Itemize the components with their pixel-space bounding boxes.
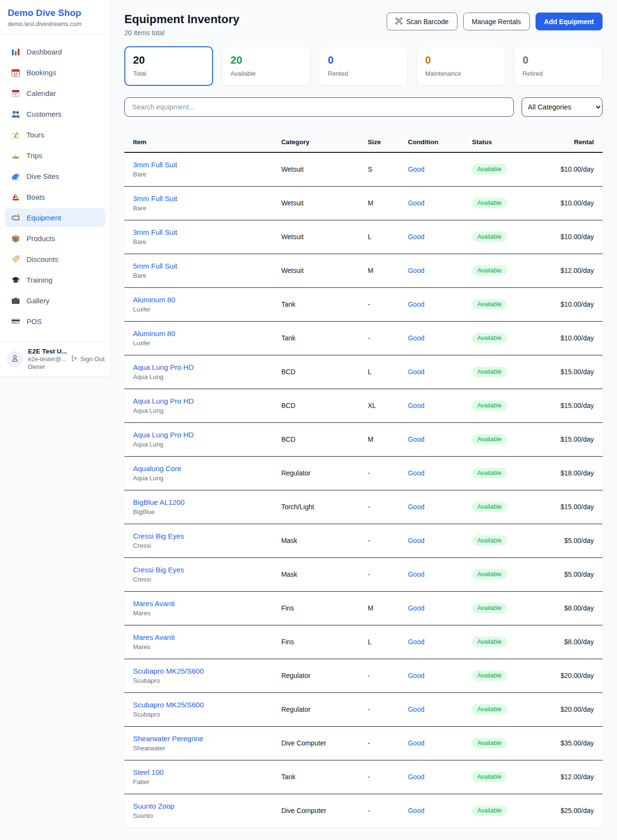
stat-card-available[interactable]: 20 Available: [222, 46, 310, 86]
scan-barcode-button[interactable]: Scan Barcode: [387, 13, 457, 30]
item-rental-price: $20.00/day: [544, 692, 603, 726]
item-condition-link[interactable]: Good: [408, 267, 424, 274]
sidebar-item-boats[interactable]: Boats: [5, 188, 106, 206]
item-condition-link[interactable]: Good: [408, 469, 424, 477]
item-condition-link[interactable]: Good: [408, 233, 424, 241]
item-condition-link[interactable]: Good: [408, 739, 424, 747]
item-condition-link[interactable]: Good: [408, 435, 424, 443]
add-equipment-button[interactable]: Add Equipment: [536, 13, 603, 30]
item-category: Regulator: [281, 659, 368, 692]
item-condition-link[interactable]: Good: [408, 165, 424, 173]
item-name-link[interactable]: Mares Avanti: [133, 633, 281, 641]
item-condition-link[interactable]: Good: [408, 773, 424, 781]
sidebar-item-trips[interactable]: Trips: [5, 146, 106, 165]
item-condition-link[interactable]: Good: [408, 334, 424, 342]
stat-label: Total: [133, 70, 204, 77]
item-name-link[interactable]: Aqua Lung Pro HD: [133, 363, 281, 371]
item-name-link[interactable]: Cressi Big Eyes: [133, 566, 281, 574]
item-name-link[interactable]: Shearwater Peregrine: [133, 734, 281, 743]
item-condition-link[interactable]: Good: [408, 368, 424, 376]
item-condition-link[interactable]: Good: [408, 570, 424, 578]
column-header-condition: Condition: [408, 131, 472, 152]
item-name-link[interactable]: Aqua Lung Pro HD: [133, 397, 281, 405]
item-condition-link[interactable]: Good: [408, 672, 424, 679]
item-size: -: [368, 287, 408, 321]
item-name-link[interactable]: Aluminum 80: [133, 329, 281, 338]
item-name-link[interactable]: Scubapro MK25/S600: [133, 701, 281, 709]
item-rental-price: $10.00/day: [544, 321, 603, 355]
item-condition-link[interactable]: Good: [408, 503, 424, 511]
item-brand: Luxfer: [133, 306, 281, 313]
category-filter-select[interactable]: All Categories: [522, 97, 603, 117]
item-condition-link[interactable]: Good: [408, 537, 424, 544]
sidebar-item-pos[interactable]: POS: [5, 312, 106, 331]
item-condition-link[interactable]: Good: [408, 402, 424, 409]
item-size: -: [368, 659, 408, 692]
stat-value: 20: [230, 54, 302, 67]
stat-card-rented[interactable]: 0 Rented: [319, 46, 408, 86]
sidebar-item-gallery[interactable]: Gallery: [5, 291, 106, 310]
sidebar-item-label: Trips: [27, 151, 42, 160]
sidebar-item-customers[interactable]: Customers: [5, 105, 106, 123]
stat-value: 20: [133, 54, 204, 67]
sign-out-button[interactable]: Sign Out: [71, 355, 105, 363]
item-name-link[interactable]: Scubapro MK25/S600: [133, 667, 281, 675]
item-condition-link[interactable]: Good: [408, 604, 424, 612]
manage-rentals-button[interactable]: Manage Rentals: [463, 13, 530, 30]
stat-card-total[interactable]: 20 Total: [124, 46, 213, 86]
sidebar-item-products[interactable]: Products: [5, 229, 106, 248]
item-name-link[interactable]: Suunto Zoop: [133, 802, 281, 810]
status-badge: Available: [472, 704, 507, 715]
search-input[interactable]: [124, 97, 514, 117]
item-brand: Scubapro: [133, 677, 281, 684]
person-icon: [11, 354, 19, 365]
item-condition-link[interactable]: Good: [408, 705, 424, 713]
status-badge: Available: [472, 535, 507, 546]
item-size: -: [368, 456, 408, 490]
item-name-link[interactable]: Mares Avanti: [133, 599, 281, 608]
sidebar-item-tours[interactable]: Tours: [5, 125, 106, 144]
item-condition-link[interactable]: Good: [408, 300, 424, 308]
item-condition-link[interactable]: Good: [408, 199, 424, 207]
item-category: Fins: [281, 625, 368, 659]
item-name-link[interactable]: Aqualung Core: [133, 464, 281, 473]
sidebar-item-equipment[interactable]: Equipment: [5, 208, 106, 227]
sidebar-item-calendar[interactable]: Calendar: [5, 84, 106, 103]
sidebar-item-training[interactable]: Training: [5, 271, 106, 289]
item-name-link[interactable]: Steel 100: [133, 768, 281, 776]
sidebar-item-bookings[interactable]: 17 Bookings: [5, 63, 106, 82]
item-condition-link[interactable]: Good: [408, 807, 424, 814]
item-name-link[interactable]: Cressi Big Eyes: [133, 532, 281, 540]
user-box: E2E Test U... e2e-tester@... Owner Sign …: [0, 341, 110, 376]
tear-off-calendar-icon: [11, 89, 20, 98]
sidebar-item-label: Dive Sites: [27, 172, 59, 180]
stat-card-maintenance[interactable]: 0 Maintenance: [416, 46, 505, 86]
sidebar-item-dashboard[interactable]: Dashboard: [5, 42, 106, 61]
item-name-link[interactable]: Aluminum 80: [133, 296, 281, 304]
users-icon: [11, 109, 20, 119]
item-name-link[interactable]: BigBlue AL1200: [133, 498, 281, 506]
item-condition-link[interactable]: Good: [408, 638, 424, 646]
item-brand: Bare: [133, 238, 281, 245]
item-name-link[interactable]: Aqua Lung Pro HD: [133, 431, 281, 439]
item-category: Wetsuit: [281, 254, 368, 287]
item-size: M: [368, 591, 408, 625]
stat-card-retired[interactable]: 0 Retired: [514, 46, 603, 86]
item-category: BCD: [281, 389, 368, 422]
sidebar-item-label: Gallery: [27, 297, 50, 305]
sidebar-item-dive-sites[interactable]: Dive Sites: [5, 167, 106, 186]
desert-island-icon: [11, 130, 20, 139]
sidebar-item-discounts[interactable]: Discounts: [5, 250, 106, 269]
table-row: Aqua Lung Pro HD Aqua Lung BCD M Good Av…: [124, 422, 603, 456]
item-name-link[interactable]: 3mm Full Suit: [133, 228, 281, 236]
item-rental-price: $35.00/day: [544, 726, 603, 760]
package-icon: [11, 234, 20, 243]
column-header-category: Category: [281, 131, 368, 152]
item-size: -: [368, 490, 408, 524]
item-category: Mask: [281, 557, 368, 591]
item-name-link[interactable]: 5mm Full Suit: [133, 262, 281, 270]
item-brand: Aqua Lung: [133, 474, 281, 482]
header-actions: Scan Barcode Manage Rentals Add Equipmen…: [387, 13, 603, 30]
item-name-link[interactable]: 3mm Full Suit: [133, 194, 281, 203]
item-name-link[interactable]: 3mm Full Suit: [133, 161, 281, 169]
